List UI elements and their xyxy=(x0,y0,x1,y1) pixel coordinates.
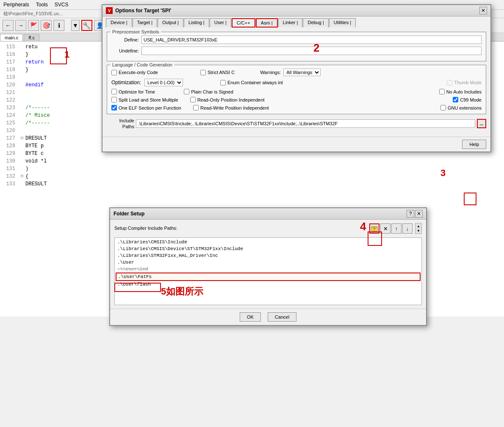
tab-cpp[interactable]: C/C++ xyxy=(232,18,255,28)
options-dialog-footer: Help xyxy=(102,137,490,152)
execute-only-check-row: Execute-only Code xyxy=(111,70,158,75)
folder-setup-title: Folder Setup xyxy=(114,211,144,217)
strict-ansi-checkbox[interactable] xyxy=(200,70,206,75)
include-paths-input[interactable] xyxy=(136,119,475,128)
split-load-check-row: Split Load and Store Multiple xyxy=(111,97,178,102)
plain-char-label: Plain Char is Signed xyxy=(191,89,233,94)
options-help-btn[interactable]: Help xyxy=(462,140,486,149)
gnu-ext-checkbox[interactable] xyxy=(440,105,446,110)
folder-setup-label: Setup Compiler Include Paths: xyxy=(114,226,177,231)
folder-item-5[interactable]: .\\User\led xyxy=(116,266,421,273)
define-input[interactable] xyxy=(141,36,482,44)
annotation-3: 3 xyxy=(440,168,446,179)
language-section-label: Language / Code Generation xyxy=(111,62,174,67)
c99-mode-checkbox[interactable] xyxy=(453,97,458,102)
dialog-title-area: V Options for Target 'SPI' xyxy=(106,7,171,14)
readwrite-pos-label: Read-Write Position Independent xyxy=(200,105,269,110)
optimize-time-check-row: Optimize for Time xyxy=(111,89,155,94)
readonly-pos-checkbox[interactable] xyxy=(190,97,196,102)
folder-path-list: .\Libraries\CMSIS\Include .\Libraries\CM… xyxy=(114,237,422,305)
no-auto-includes-checkbox[interactable] xyxy=(439,89,445,94)
no-auto-includes-label: No Auto Includes xyxy=(446,89,482,94)
thumb-mode-checkbox[interactable] xyxy=(447,80,452,85)
scrollbar-up[interactable]: ▲ xyxy=(417,224,420,228)
folder-new-btn[interactable] xyxy=(369,223,379,234)
plain-char-checkbox[interactable] xyxy=(184,89,189,94)
undefine-row: Undefine: xyxy=(111,47,482,55)
tab-debug[interactable]: Debug | xyxy=(303,18,328,28)
strict-ansi-check-row: Strict ANSI C xyxy=(200,70,235,75)
optimize-time-checkbox[interactable] xyxy=(111,89,117,94)
folder-item-1[interactable]: .\Libraries\CMSIS\Include xyxy=(116,239,421,245)
undefine-label: Undefine: xyxy=(111,48,139,53)
tab-user[interactable]: User | xyxy=(210,18,231,28)
options-dialog-tabs: Device | Target | Output | Listing | Use… xyxy=(102,17,490,28)
folder-item-2[interactable]: .\Libraries\CMSIS\Device\ST\STM32F1xx\In… xyxy=(116,245,421,252)
define-row: Define: xyxy=(111,36,482,44)
enum-container-checkbox[interactable] xyxy=(220,80,226,85)
plain-char-check-row: Plain Char is Signed xyxy=(184,89,233,94)
readwrite-pos-checkbox[interactable] xyxy=(193,105,199,110)
options-dialog-title: Options for Target 'SPI' xyxy=(115,8,171,14)
warnings-label: Warnings: xyxy=(260,70,281,75)
thumb-mode-label: Thumb Mode xyxy=(454,80,482,85)
execute-only-checkbox[interactable] xyxy=(111,70,117,75)
tab-target[interactable]: Target | xyxy=(133,18,158,28)
dialog-app-icon: V xyxy=(106,7,113,14)
tab-linker[interactable]: Linker | xyxy=(278,18,303,28)
no-auto-includes-check-row: No Auto Includes xyxy=(439,89,482,94)
optimize-time-label: Optimize for Time xyxy=(119,89,155,94)
tab-asm[interactable]: Asm | xyxy=(256,18,278,28)
tab-utilities[interactable]: Utilities | xyxy=(329,18,356,28)
enum-container-check-row: Enum Container always int xyxy=(220,80,283,85)
annotation-4: 4 xyxy=(360,220,366,233)
gnu-ext-label: GNU extensions xyxy=(448,105,482,110)
folder-titlebar-buttons: ? ✕ xyxy=(407,210,423,218)
optimization-label: Optimization: xyxy=(111,80,141,85)
folder-setup-body: Setup Compiler Include Paths: ✕ ↑ ↓ xyxy=(110,220,426,309)
include-paths-row: IncludePaths ... xyxy=(107,118,486,130)
tab-output[interactable]: Output | xyxy=(158,18,183,28)
optimization-select[interactable]: Level 0 (-O0) xyxy=(144,79,183,86)
annotation-2: 2 xyxy=(313,41,319,55)
one-elf-check-row: One ELF Section per Function xyxy=(111,105,181,110)
split-load-label: Split Load and Store Multiple xyxy=(119,97,178,102)
one-elf-checkbox[interactable] xyxy=(111,105,117,110)
readwrite-pos-check-row: Read-Write Position Independent xyxy=(193,105,269,110)
c99-mode-check-row: C99 Mode xyxy=(453,97,482,102)
undefine-input[interactable] xyxy=(141,47,482,55)
c99-mode-label: C99 Mode xyxy=(460,97,482,102)
folder-item-3[interactable]: .\Libraries\STM32F1xx_HAL_Driver\Inc xyxy=(116,252,421,259)
folder-down-btn[interactable]: ↓ xyxy=(402,223,413,234)
folder-ok-btn[interactable]: OK xyxy=(240,312,261,322)
folder-up-btn[interactable]: ↑ xyxy=(391,223,402,234)
folder-item-4[interactable]: .\User xyxy=(116,259,421,266)
readonly-pos-label: Read-Only Position Independent xyxy=(197,97,265,102)
tab-device[interactable]: Device | xyxy=(106,18,132,28)
one-elf-label: One ELF Section per Function xyxy=(119,105,181,110)
options-dialog-titlebar: V Options for Target 'SPI' ✕ xyxy=(102,5,490,17)
svg-rect-2 xyxy=(374,228,375,230)
include-paths-section: IncludePaths ... xyxy=(107,118,486,130)
include-paths-browse-btn[interactable]: ... xyxy=(477,119,486,128)
define-label: Define: xyxy=(111,37,139,42)
thumb-mode-check-row: Thumb Mode xyxy=(447,80,482,85)
warnings-row: Warnings: All Warnings xyxy=(260,69,321,76)
scrollbar-down[interactable]: ▼ xyxy=(417,229,420,233)
folder-item-fatfs[interactable]: .\User\FatFs xyxy=(116,273,421,281)
split-load-checkbox[interactable] xyxy=(111,97,117,102)
dialog-overlay: V Options for Target 'SPI' ✕ Device | Ta… xyxy=(0,0,504,427)
include-paths-label: IncludePaths xyxy=(107,118,134,130)
language-section: Language / Code Generation Execute-only … xyxy=(107,65,486,114)
folder-close-btn[interactable]: ✕ xyxy=(415,210,423,218)
enum-container-label: Enum Container always int xyxy=(227,80,283,85)
folder-cancel-btn[interactable]: Cancel xyxy=(268,312,296,322)
execute-only-label: Execute-only Code xyxy=(119,70,158,75)
preprocessor-section: Preprocessor Symbols Define: Undefine: xyxy=(107,32,486,61)
warnings-select[interactable]: All Warnings xyxy=(283,69,321,76)
folder-help-btn[interactable]: ? xyxy=(407,210,414,218)
tab-listing[interactable]: Listing | xyxy=(184,18,209,28)
options-close-btn[interactable]: ✕ xyxy=(479,7,487,14)
folder-delete-btn[interactable]: ✕ xyxy=(380,223,390,234)
annotation-1: 1 xyxy=(64,49,69,60)
